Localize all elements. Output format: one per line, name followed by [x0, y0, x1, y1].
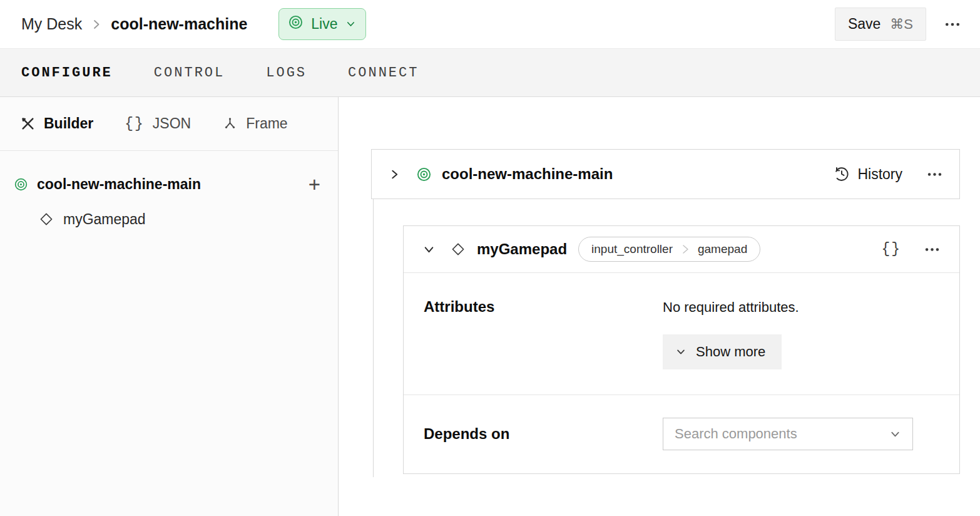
- breadcrumb: My Desk cool-new-machine: [21, 15, 247, 33]
- edit-json-button[interactable]: {}: [881, 241, 901, 257]
- machine-tree: cool-new-machine-main + myGamepad: [0, 151, 338, 237]
- view-tab-frame[interactable]: Frame: [222, 115, 287, 132]
- ellipsis-icon: [926, 166, 943, 183]
- tools-icon: [20, 116, 36, 132]
- broadcast-icon: [288, 14, 304, 34]
- tree-item-machine[interactable]: cool-new-machine-main +: [0, 167, 338, 201]
- chevron-right-icon: [91, 18, 101, 31]
- tab-connect[interactable]: CONNECT: [348, 61, 419, 85]
- main-tabbar: CONFIGURE CONTROL LOGS CONNECT: [0, 49, 980, 97]
- save-button[interactable]: Save ⌘S: [835, 8, 926, 41]
- content-area: Builder {} JSON Frame cool-new-machine-m…: [0, 97, 980, 516]
- tab-control[interactable]: CONTROL: [154, 61, 225, 85]
- depends-on-select[interactable]: Search components: [663, 418, 913, 450]
- attributes-section: Attributes No required attributes. Show …: [404, 273, 959, 395]
- history-icon: [834, 166, 850, 182]
- chevron-down-icon: [889, 428, 901, 440]
- machine-card: cool-new-machine-main History: [371, 149, 960, 199]
- depends-on-placeholder: Search components: [675, 426, 889, 442]
- tab-configure[interactable]: CONFIGURE: [21, 61, 113, 85]
- attributes-content: No required attributes. Show more: [663, 298, 939, 369]
- depends-on-section: Depends on Search components: [404, 395, 959, 473]
- component-card-title: myGamepad: [477, 240, 567, 258]
- history-label: History: [857, 166, 902, 183]
- depends-on-label: Depends on: [424, 425, 663, 443]
- view-tab-builder[interactable]: Builder: [20, 115, 93, 132]
- frame-icon: [222, 116, 238, 132]
- chevron-down-icon: [675, 346, 687, 358]
- show-more-label: Show more: [696, 344, 765, 360]
- component-card-actions: {}: [881, 241, 941, 258]
- broadcast-icon: [14, 177, 28, 192]
- component-diamond-icon: [39, 212, 54, 227]
- broadcast-icon: [416, 167, 432, 182]
- machine-card-actions: History: [834, 166, 943, 183]
- depends-on-content: Search components: [663, 418, 939, 450]
- config-main-pane: cool-new-machine-main History: [339, 97, 980, 516]
- ellipsis-icon: [924, 241, 941, 258]
- component-model-pill: gamepad: [690, 242, 760, 256]
- tree-component-label: myGamepad: [63, 211, 146, 228]
- attributes-empty-text: No required attributes.: [663, 298, 939, 316]
- attributes-label: Attributes: [424, 298, 663, 369]
- save-shortcut: ⌘S: [890, 16, 913, 33]
- component-card-menu-button[interactable]: [924, 241, 941, 258]
- tree-item-component[interactable]: myGamepad: [0, 201, 338, 237]
- live-label: Live: [311, 16, 337, 33]
- component-card-header: myGamepad input_controller gamepad {}: [404, 226, 959, 273]
- view-mode-tabs: Builder {} JSON Frame: [0, 97, 338, 151]
- component-type-pills: input_controller gamepad: [578, 237, 760, 262]
- component-indent-guide: myGamepad input_controller gamepad {}: [373, 199, 980, 477]
- view-tab-builder-label: Builder: [44, 115, 93, 132]
- machine-card-menu-button[interactable]: [926, 166, 943, 183]
- config-sidebar: Builder {} JSON Frame cool-new-machine-m…: [0, 97, 339, 516]
- tab-logs[interactable]: LOGS: [266, 61, 307, 85]
- component-type-pill: input_controller: [579, 242, 681, 256]
- add-component-button[interactable]: +: [309, 174, 320, 195]
- topbar-actions: Save ⌘S: [835, 8, 961, 41]
- machine-card-title: cool-new-machine-main: [442, 165, 613, 183]
- tree-machine-label: cool-new-machine-main: [37, 176, 201, 193]
- breadcrumb-parent[interactable]: My Desk: [21, 15, 82, 33]
- live-status-dropdown[interactable]: Live: [278, 8, 365, 40]
- view-tab-json-label: JSON: [153, 115, 191, 132]
- view-tab-frame-label: Frame: [246, 115, 287, 132]
- more-options-button[interactable]: [944, 16, 961, 33]
- expand-machine-button[interactable]: [388, 168, 401, 181]
- chevron-down-icon: [345, 19, 356, 29]
- show-more-button[interactable]: Show more: [663, 334, 782, 369]
- view-tab-json[interactable]: {} JSON: [125, 115, 191, 132]
- collapse-component-button[interactable]: [422, 243, 436, 256]
- braces-icon: {}: [125, 116, 145, 132]
- history-button[interactable]: History: [834, 166, 902, 183]
- top-header: My Desk cool-new-machine Live Save ⌘S: [0, 0, 980, 49]
- component-diamond-icon: [451, 242, 466, 257]
- chevron-right-icon: [388, 168, 401, 181]
- breadcrumb-current: cool-new-machine: [111, 15, 247, 33]
- chevron-down-icon: [422, 243, 436, 256]
- component-card: myGamepad input_controller gamepad {}: [403, 225, 960, 474]
- chevron-right-icon: [681, 241, 690, 257]
- save-label: Save: [848, 16, 880, 33]
- ellipsis-icon: [944, 16, 961, 33]
